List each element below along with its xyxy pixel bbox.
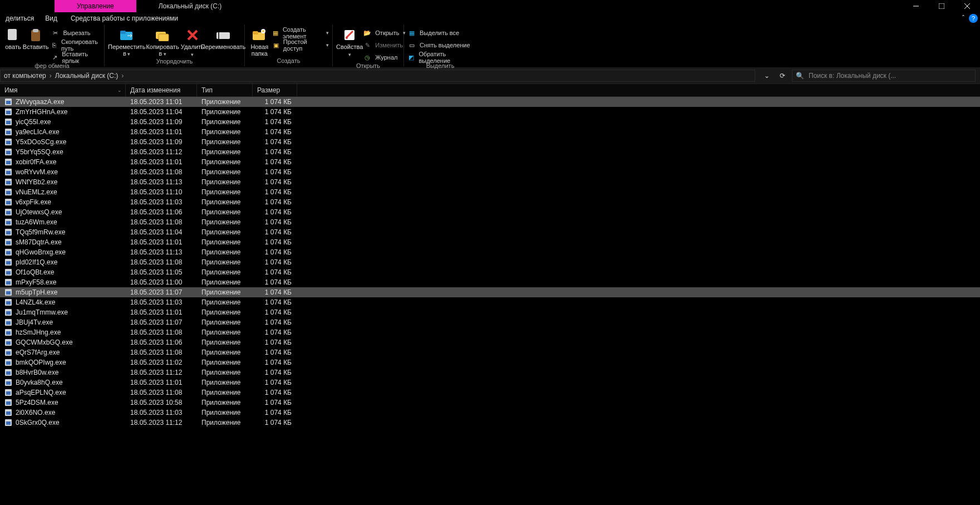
svg-rect-55 (6, 271, 11, 274)
table-row[interactable]: ZmYrHGHnA.exe18.05.2023 11:04Приложение1… (0, 107, 980, 117)
invert-selection-button[interactable]: ◩Обратить выделение (407, 52, 473, 62)
table-row[interactable]: yicQ55I.exe18.05.2023 11:09Приложение1 0… (0, 117, 980, 127)
table-row[interactable]: Y5xDOoSCg.exe18.05.2023 11:09Приложение1… (0, 137, 980, 147)
file-date: 18.05.2023 11:08 (126, 258, 197, 266)
col-size[interactable]: Размер (253, 84, 297, 96)
file-size: 1 074 КБ (253, 198, 297, 206)
table-row[interactable]: UjOtewxsQ.exe18.05.2023 11:06Приложение1… (0, 207, 980, 217)
table-row[interactable]: B0yvka8hQ.exe18.05.2023 11:01Приложение1… (0, 377, 980, 388)
ribbon-tab-manage[interactable]: Управление (55, 0, 136, 12)
new-item-button[interactable]: ▦Создать элемент (272, 28, 329, 38)
history-icon: ◷ (363, 53, 372, 62)
search-input[interactable]: 🔍 Поиск в: Локальный диск (... (792, 70, 976, 82)
select-all-button[interactable]: ▦Выделить все (407, 28, 473, 38)
file-name: bmkQOPIwg.exe (16, 359, 66, 366)
file-type: Приложение (197, 298, 253, 306)
menu-view[interactable]: Вид (40, 14, 63, 22)
table-row[interactable]: TQq5f9mRw.exe18.05.2023 11:04Приложение1… (0, 227, 980, 237)
table-row[interactable]: vNuEMLz.exe18.05.2023 11:10Приложение1 0… (0, 187, 980, 197)
table-row[interactable]: qHGwoBnxg.exe18.05.2023 11:13Приложение1… (0, 247, 980, 257)
svg-rect-39 (6, 191, 11, 194)
table-row[interactable]: aPsqEPLNQ.exe18.05.2023 11:08Приложение1… (0, 388, 980, 398)
paste-button[interactable]: Вставить (23, 27, 49, 50)
menu-share[interactable]: делиться (0, 14, 40, 22)
copy-path-button[interactable]: ⎘Скопировать путь (51, 40, 101, 50)
new-folder-label: Новая папка (248, 43, 271, 57)
table-row[interactable]: WNfYBb2.exe18.05.2023 11:13Приложение1 0… (0, 177, 980, 187)
cut-button[interactable]: ✂Вырезать (51, 28, 101, 38)
maximize-button[interactable] (929, 0, 954, 12)
ribbon-action-label: овать (5, 43, 21, 50)
table-row[interactable]: ya9ecLIcA.exe18.05.2023 11:01Приложение1… (0, 127, 980, 137)
paste-shortcut-button[interactable]: ↗Вставить ярлык (51, 52, 101, 62)
file-name: aPsqEPLNQ.exe (16, 389, 66, 396)
table-row[interactable]: Ju1mqTmmw.exe18.05.2023 11:01Приложение1… (0, 307, 980, 317)
file-type: Приложение (197, 198, 253, 206)
col-name[interactable]: Имя ⌄ (0, 84, 126, 96)
file-size: 1 074 КБ (253, 118, 297, 126)
col-type[interactable]: Тип (197, 84, 253, 96)
table-row[interactable]: bmkQOPIwg.exe18.05.2023 11:02Приложение1… (0, 357, 980, 367)
table-row[interactable]: L4NZL4k.exe18.05.2023 11:03Приложение1 0… (0, 297, 980, 307)
table-row[interactable]: m5upTpH.exe18.05.2023 11:07Приложение1 0… (0, 287, 980, 297)
exe-file-icon (4, 178, 12, 186)
table-row[interactable]: b8HvrB0w.exe18.05.2023 11:12Приложение1 … (0, 367, 980, 377)
easy-access-label: Простой доступ (283, 38, 323, 52)
window-title: Локальный диск (С:) (136, 0, 244, 12)
col-date[interactable]: Дата изменения (126, 84, 197, 96)
file-name: UjOtewxsQ.exe (16, 208, 62, 216)
table-row[interactable]: Y5brYq5SQ.exe18.05.2023 11:12Приложение1… (0, 147, 980, 157)
breadcrumb-drive[interactable]: Локальный диск (С:) (55, 72, 119, 80)
delete-button[interactable]: Удалить (180, 27, 205, 58)
table-row[interactable]: woRYvvM.exe18.05.2023 11:08Приложение1 0… (0, 167, 980, 177)
table-row[interactable]: 0SkGrx0Q.exe18.05.2023 11:12Приложение1 … (0, 418, 980, 428)
copy-to-button[interactable]: Копировать в (145, 27, 179, 57)
close-button[interactable] (954, 0, 980, 12)
refresh-icon[interactable]: ⟳ (776, 70, 789, 82)
new-folder-button[interactable]: Новая папка (248, 27, 271, 57)
table-row[interactable]: tuzA6Wm.exe18.05.2023 11:08Приложение1 0… (0, 217, 980, 227)
properties-button[interactable]: Свойства (336, 27, 363, 58)
easy-access-button[interactable]: ▣Простой доступ (272, 40, 329, 50)
svg-rect-10 (159, 34, 169, 41)
table-row[interactable]: 2i0X6NO.exe18.05.2023 11:03Приложение1 0… (0, 408, 980, 418)
exe-file-icon (4, 108, 12, 116)
table-row[interactable]: 5Pz4DSM.exe18.05.2023 10:58Приложение1 0… (0, 398, 980, 408)
minimize-button[interactable] (903, 0, 929, 12)
file-type: Приложение (197, 339, 253, 346)
ribbon-tab-apptools[interactable]: Средства работы с приложениями (65, 14, 184, 22)
table-row[interactable]: JBUj4Tv.exe18.05.2023 11:07Приложение1 0… (0, 317, 980, 327)
file-type: Приложение (197, 399, 253, 406)
help-icon[interactable]: ? (969, 14, 978, 23)
table-row[interactable]: pId02If1Q.exe18.05.2023 11:08Приложение1… (0, 257, 980, 267)
select-none-button[interactable]: ▭Снять выделение (407, 40, 473, 50)
table-row[interactable]: hzSmJHng.exe18.05.2023 11:08Приложение1 … (0, 327, 980, 337)
table-row[interactable]: v6xpFik.exe18.05.2023 11:03Приложение1 0… (0, 197, 980, 207)
ribbon-action-button[interactable]: овать (3, 27, 23, 50)
breadcrumb[interactable]: от компьютер › Локальный диск (С:) › (0, 70, 755, 82)
exe-file-icon (4, 318, 12, 326)
rename-button[interactable]: Переименовать (205, 27, 241, 50)
move-to-button[interactable]: Переместить в (108, 27, 145, 57)
file-type: Приложение (197, 359, 253, 366)
table-row[interactable]: ZWvyqaazA.exe18.05.2023 11:01Приложение1… (0, 97, 980, 107)
file-date: 18.05.2023 11:01 (126, 308, 197, 316)
table-row[interactable]: eQrS7fArg.exe18.05.2023 11:08Приложение1… (0, 347, 980, 357)
table-row[interactable]: Of1oQBt.exe18.05.2023 11:05Приложение1 0… (0, 267, 980, 277)
table-row[interactable]: xobir0fFA.exe18.05.2023 11:01Приложение1… (0, 157, 980, 167)
svg-point-19 (346, 37, 348, 39)
address-dropdown-icon[interactable]: ⌄ (761, 70, 773, 82)
collapse-ribbon-icon[interactable]: ˆ (962, 14, 964, 22)
open-button[interactable]: 📂Открыть (363, 28, 405, 38)
menu-row: делиться Вид Средства работы с приложени… (0, 12, 980, 24)
breadcrumb-computer[interactable]: от компьютер (4, 72, 46, 80)
edit-button[interactable]: ✎Изменить (363, 40, 405, 50)
history-button[interactable]: ◷Журнал (363, 52, 405, 62)
svg-rect-85 (6, 421, 11, 425)
group-caption-organize: Упорядочить (105, 58, 244, 66)
new-item-label: Создать элемент (283, 26, 323, 40)
table-row[interactable]: mPxyF58.exe18.05.2023 11:00Приложение1 0… (0, 277, 980, 287)
table-row[interactable]: GQCWMxbGQ.exe18.05.2023 11:06Приложение1… (0, 337, 980, 347)
table-row[interactable]: sM87DqtrA.exe18.05.2023 11:01Приложение1… (0, 237, 980, 247)
svg-rect-45 (6, 221, 11, 224)
